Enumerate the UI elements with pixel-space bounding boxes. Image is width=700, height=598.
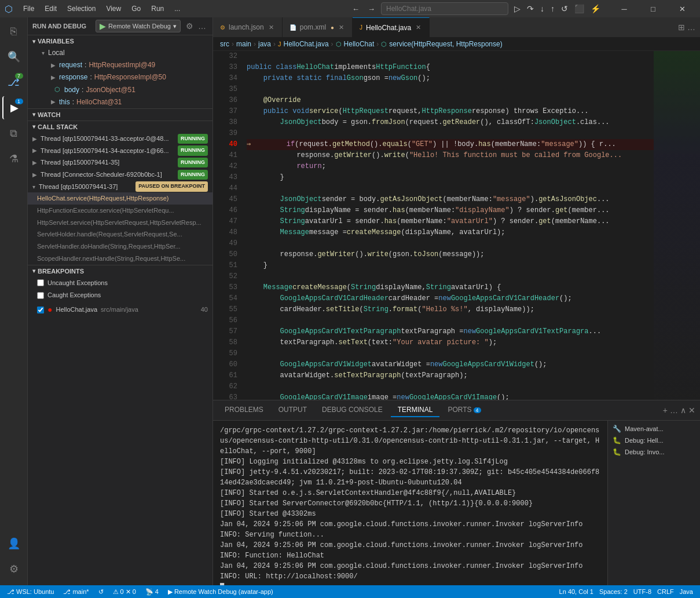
tab-hellochat-java-close[interactable]: ✕ [415,23,422,32]
bp-hellochat-checkbox[interactable] [37,307,44,313]
status-encoding[interactable]: UTF-8 [631,588,654,595]
thread-2[interactable]: ▶ Thread [qtp1500079441-35] RUNNING [28,156,212,169]
tab-launch-json-close[interactable]: ✕ [267,23,275,32]
panel-tab-output[interactable]: OUTPUT [272,403,314,417]
panel-tab-ports[interactable]: PORTS4 [441,403,488,417]
menu-file[interactable]: File [19,3,39,14]
panel-collapse-button[interactable]: ∧ [680,406,686,415]
menu-view[interactable]: View [101,3,126,14]
stack-frame-3[interactable]: ServletHolder.handle(Request,ServletRequ… [28,228,212,240]
menu-run[interactable]: Run [146,3,168,14]
var-item-body[interactable]: ⬡ body : JsonObject@51 [42,84,212,96]
tab-launch-json[interactable]: ⚙ launch.json ✕ [213,17,283,38]
bp-hellochat[interactable]: ● HelloChat.java src/main/java 40 [28,302,212,318]
activity-extensions[interactable]: ⧉ [2,122,25,145]
code-content[interactable]: public class HelloChat implements HttpFu… [242,51,654,400]
bp-caught-exceptions[interactable]: Caught Exceptions [28,289,212,302]
status-branch[interactable]: ⎇ main* [61,588,91,596]
debug-settings-button[interactable]: ⚙ [184,21,195,31]
breakpoints-section-header[interactable]: ▾ BREAKPOINTS [28,265,212,277]
bc-main[interactable]: main [236,40,251,48]
activity-source-control[interactable]: ⎇ 7 [2,71,25,94]
activity-explorer[interactable]: ⎘ [2,20,25,43]
status-eol[interactable]: CRLF [655,588,676,595]
watch-section-header[interactable]: ▾ WATCH [28,109,212,121]
menu-selection[interactable]: Selection [63,3,100,14]
debug-stop-button[interactable]: ⬛ [572,3,587,14]
panel-tab-debug-console[interactable]: DEBUG CONSOLE [315,403,390,417]
bp-uncaught-exceptions[interactable]: Uncaught Exceptions [28,277,212,290]
bp-uncaught-checkbox[interactable] [37,279,44,286]
var-item-request[interactable]: ▶ request : HttpRequestImpl@49 [42,59,212,71]
status-ports[interactable]: 📡 4 [143,588,161,596]
thread-0[interactable]: ▶ Thread [qtp1500079441-33-acceptor-0@48… [28,133,212,145]
var-item-this[interactable]: ▶ this : HelloChat@31 [42,96,212,108]
panel-close-button[interactable]: ✕ [688,406,695,415]
explorer-icon: ⎘ [10,25,17,38]
tab-split-button[interactable]: ⊞ [678,23,685,32]
debug-config-selector[interactable]: ▶ Remote Watch Debug ▾ [96,20,181,32]
var-item-response[interactable]: ▶ response : HttpResponseImpl@50 [42,71,212,83]
window-minimize-button[interactable]: ─ [611,0,637,17]
thread-3[interactable]: ▶ Thread [Connector-Scheduler-6920b0bc-1… [28,169,212,181]
activity-testing[interactable]: ⚗ [2,147,25,170]
activity-settings[interactable]: ⚙ [2,557,25,581]
stack-frame-4[interactable]: ServletHandler.doHandle(String,Request,H… [28,240,212,253]
menu-go[interactable]: Go [127,3,145,14]
menu-edit[interactable]: Edit [40,3,61,14]
thread-1[interactable]: ▶ Thread [qtp1500079441-34-acceptor-1@66… [28,145,212,157]
stack-frame-1[interactable]: HttpFunctionExecutor.service(HttpServlet… [28,205,212,217]
toolbar-center: ← → [350,2,508,15]
rp-maven[interactable]: 🔧 Maven-avat... [608,423,700,435]
status-language[interactable]: Java [677,588,695,595]
debug-more-button[interactable]: … [196,21,208,31]
panel-add-button[interactable]: + [663,406,668,415]
stack-frame-2[interactable]: HttpServlet.service(HttpServletRequest,H… [28,217,212,229]
debug-step-over-button[interactable]: ↷ [525,3,536,14]
debug-continue-button[interactable]: ▷ [512,3,523,14]
tab-more-button[interactable]: … [687,23,695,32]
terminal-output[interactable]: /grpc/grpc-context/1.27.2/grpc-context-1… [213,421,607,585]
panel-more-button[interactable]: … [670,406,678,415]
rp-debug-hell[interactable]: 🐛 Debug: Hell... [608,435,700,446]
callstack-section-header[interactable]: ▾ CALL STACK [28,121,212,133]
status-spaces[interactable]: Spaces: 2 [597,588,630,595]
stack-frame-0[interactable]: HelloChat.service(HttpRequest,HttpRespon… [28,192,212,205]
activity-search[interactable]: 🔍 [2,45,25,68]
debug-restart-button[interactable]: ↺ [559,3,570,14]
debug-hotswap-button[interactable]: ⚡ [588,3,603,14]
bc-src[interactable]: src [220,40,229,48]
status-sync[interactable]: ↺ [96,588,106,596]
bp-caught-checkbox[interactable] [37,292,44,299]
bc-java[interactable]: java [258,40,271,48]
bc-method[interactable]: service(HttpRequest, HttpResponse) [389,40,502,48]
thread-4-paused[interactable]: ▾ Thread [qtp1500079441-37] PAUSED ON BR… [28,181,212,193]
panel-tab-problems[interactable]: PROBLEMS [218,403,270,417]
debug-step-out-button[interactable]: ↑ [548,3,557,14]
panel-tab-terminal[interactable]: TERMINAL [391,403,440,417]
menu-more[interactable]: ... [170,3,185,14]
window-close-button[interactable]: ✕ [669,0,695,17]
variables-section-header[interactable]: ▾ VARIABLES [28,35,212,47]
status-position[interactable]: Ln 40, Col 1 [557,588,596,595]
code-area[interactable]: 32333435 36373839 40 41424344 45464748 4… [213,51,654,400]
status-wsl[interactable]: ⎇ WSL: Ubuntu [5,588,56,596]
tab-pom-xml-close[interactable]: ✕ [338,23,345,32]
nav-back-button[interactable]: ← [350,3,362,14]
activity-accounts[interactable]: 👤 [2,532,25,555]
search-input[interactable] [381,2,508,15]
stack-frame-5[interactable]: ScopedHandler.nextHandle(String,Request,… [28,253,212,265]
bc-class[interactable]: HelloChat [344,40,375,48]
status-errors[interactable]: ⚠ 0 ✕ 0 [111,588,138,596]
rp-debug-invo[interactable]: 🐛 Debug: Invo... [608,446,700,458]
activity-debug[interactable]: ▶ 1 [2,96,25,119]
debug-step-into-button[interactable]: ↓ [538,3,547,14]
tab-pom-xml[interactable]: 📄 pom.xml ● ✕ [283,17,353,38]
window-maximize-button[interactable]: □ [640,0,666,17]
nav-forward-button[interactable]: → [365,3,378,14]
status-debug[interactable]: ▶ Remote Watch Debug (avatar-app) [166,588,276,596]
tab-hellochat-java[interactable]: J HelloChat.java ✕ [353,17,430,38]
line-37: public void service(HttpRequest request,… [247,106,654,117]
variables-local-header[interactable]: ▾ Local [32,47,212,59]
bc-file[interactable]: HelloChat.java [284,40,329,48]
